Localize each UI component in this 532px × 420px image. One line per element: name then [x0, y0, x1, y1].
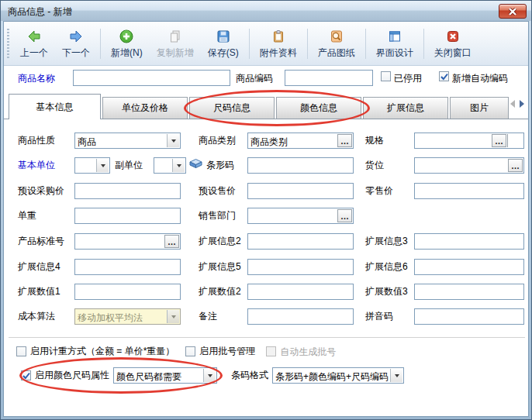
stopped-checkbox-label: 已停用 — [394, 73, 422, 84]
book-icon[interactable] — [188, 156, 203, 170]
toolbar-separator — [249, 29, 250, 59]
tab-extended-info[interactable]: 扩展信息 — [363, 97, 448, 119]
remark-input[interactable] — [247, 308, 354, 325]
toolbar: 上一个 下一个 新增(N) 复制新增 — [4, 22, 528, 66]
base-unit-label[interactable]: 基本单位 — [18, 160, 55, 170]
toolbar-grip[interactable] — [7, 29, 9, 60]
weight-mode-label: 启用计重方式（金额 = 单价*重量） — [30, 345, 174, 358]
pinyin-code-input[interactable] — [414, 308, 524, 325]
location-field[interactable]: … — [414, 157, 524, 174]
preset-purchase-price-input[interactable] — [74, 183, 181, 199]
product-name-input[interactable] — [73, 70, 230, 86]
preset-purchase-price-label: 预设采购价 — [18, 185, 64, 196]
sub-unit-combo[interactable] — [154, 157, 186, 174]
product-name-label[interactable]: 商品名称 — [18, 73, 55, 84]
ellipsis-button[interactable]: … — [164, 235, 179, 248]
category-label: 商品类别 — [199, 135, 236, 146]
arrow-right-icon — [68, 29, 84, 44]
product-type-value: 商品 — [78, 136, 166, 149]
ellipsis-button[interactable]: … — [492, 134, 506, 147]
pinyin-code-label: 拼音码 — [365, 311, 393, 322]
close-red-icon — [445, 29, 461, 44]
dropdown-arrow-icon[interactable] — [167, 134, 179, 147]
dropdown-arrow-icon[interactable] — [96, 159, 109, 172]
color-size-value: 颜色尺码都需要 — [116, 370, 202, 384]
dropdown-arrow-icon[interactable] — [390, 369, 402, 382]
sales-dept-label: 销售部门 — [199, 210, 236, 221]
preset-sale-price-input[interactable] — [247, 183, 354, 199]
color-size-combo[interactable]: 颜色尺码都需要 — [113, 367, 217, 384]
tab-label: 单位及价格 — [122, 102, 168, 115]
ellipsis-button[interactable]: … — [337, 209, 352, 222]
barcode-format-combo[interactable]: 条形码+颜色编码+尺码编码 — [272, 367, 404, 384]
ext-info3-input[interactable] — [414, 233, 524, 250]
window-title: 商品信息 - 新增 — [8, 5, 72, 19]
color-size-label: 启用颜色尺码属性 — [35, 369, 109, 382]
add-plus-icon — [119, 29, 134, 44]
product-code-input[interactable] — [285, 70, 373, 86]
cost-method-value: 移动加权平均法 — [78, 312, 166, 325]
spec-label: 规格 — [365, 135, 384, 146]
product-type-combo[interactable]: 商品 — [74, 133, 181, 149]
ext-info6-input[interactable] — [414, 259, 524, 275]
product-drawing-button-label: 产品图纸 — [318, 46, 355, 60]
close-window-button[interactable]: 关闭窗口 — [427, 24, 478, 64]
batch-mgmt-checkbox[interactable] — [185, 346, 195, 356]
base-unit-combo[interactable] — [74, 157, 110, 174]
auto-batch-label: 自动生成批号 — [280, 346, 336, 357]
color-size-checkbox[interactable] — [21, 370, 31, 380]
retail-price-input[interactable] — [414, 183, 524, 199]
tab-scroll-right-icon[interactable] — [520, 100, 524, 108]
barcode-input[interactable] — [247, 157, 354, 174]
ellipsis-button[interactable]: … — [508, 159, 523, 172]
ext-info5-input[interactable] — [247, 259, 354, 275]
window-layout-icon — [387, 29, 402, 44]
prev-button[interactable]: 上一个 — [13, 24, 55, 64]
ext-info4-label: 扩展信息4 — [18, 261, 60, 272]
tab-unit-price[interactable]: 单位及价格 — [102, 97, 188, 119]
tab-color-info[interactable]: 颜色信息 — [276, 97, 361, 119]
clipboard-icon — [271, 29, 286, 44]
ext-info2-input[interactable] — [247, 233, 354, 250]
unit-weight-label: 单重 — [18, 210, 36, 221]
save-button[interactable]: 保存(S) — [201, 24, 246, 64]
tab-image[interactable]: 图片 — [450, 97, 509, 119]
sales-dept-field[interactable]: … — [247, 208, 354, 224]
ext-info3-label: 扩展信息3 — [365, 236, 408, 246]
weight-mode-checkbox[interactable] — [16, 346, 26, 356]
dropdown-arrow-icon[interactable] — [172, 159, 185, 172]
stopped-checkbox[interactable] — [381, 71, 391, 81]
product-std-no-field[interactable]: … — [74, 233, 181, 250]
spec-field[interactable]: … — [414, 133, 524, 149]
batch-mgmt-label: 启用批号管理 — [199, 345, 255, 358]
product-std-no-label: 产品标准号 — [18, 236, 64, 246]
tab-basic-info[interactable]: 基本信息 — [9, 94, 101, 119]
next-button[interactable]: 下一个 — [55, 24, 97, 64]
titlebar-close-button[interactable] — [499, 4, 527, 19]
ui-design-button[interactable]: 界面设计 — [369, 24, 420, 64]
product-drawing-button[interactable]: 产品图纸 — [311, 24, 362, 64]
attachments-button[interactable]: 附件资料 — [253, 24, 304, 64]
cost-method-combo: 移动加权平均法 — [74, 308, 181, 325]
ext-num1-input[interactable] — [74, 284, 181, 300]
tab-scroll-left-icon[interactable] — [510, 100, 515, 108]
barcode-format-label: 条码格式 — [231, 369, 268, 382]
ext-num3-input[interactable] — [414, 284, 524, 300]
tab-size-info[interactable]: 尺码信息 — [189, 97, 275, 119]
tab-label: 基本信息 — [36, 101, 74, 114]
category-field[interactable]: 商品类别 … — [247, 133, 354, 149]
ui-design-button-label: 界面设计 — [376, 46, 413, 60]
dropdown-arrow-icon[interactable] — [203, 369, 216, 382]
check-icon — [440, 72, 449, 81]
ellipsis-button[interactable]: … — [337, 134, 352, 147]
add-button[interactable]: 新增(N) — [104, 24, 150, 64]
footer-options-row: 启用计重方式（金额 = 单价*重量） 启用批号管理 自动生成批号 — [16, 345, 336, 358]
ext-num2-input[interactable] — [247, 284, 354, 300]
preset-sale-price-label: 预设售价 — [199, 185, 236, 196]
copy-add-button: 复制新增 — [150, 24, 201, 64]
unit-weight-input[interactable] — [74, 208, 181, 224]
ext-num2-label: 扩展数值2 — [199, 286, 241, 297]
titlebar: 商品信息 - 新增 — [1, 1, 531, 21]
autocode-checkbox[interactable] — [439, 71, 449, 81]
ext-info4-input[interactable] — [74, 259, 181, 275]
